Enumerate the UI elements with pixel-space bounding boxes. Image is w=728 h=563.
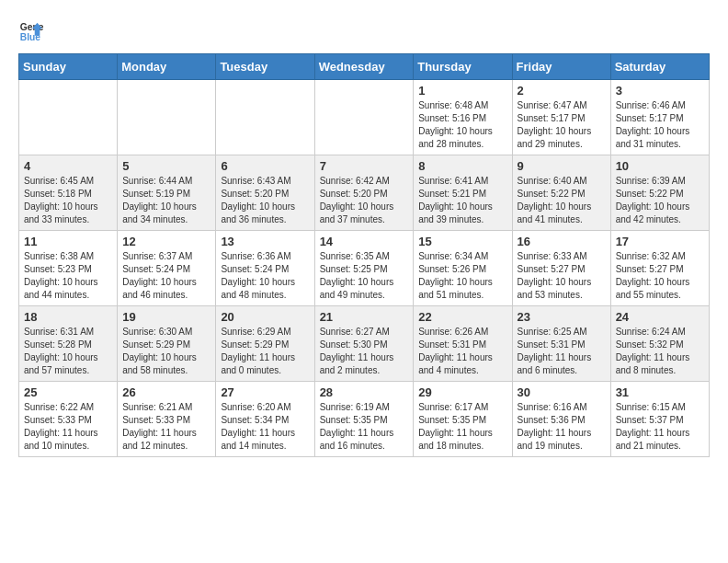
calendar-cell — [118, 80, 216, 155]
day-number: 18 — [24, 310, 112, 324]
calendar-cell: 29Sunrise: 6:17 AM Sunset: 5:35 PM Dayli… — [414, 382, 512, 457]
day-number: 14 — [320, 235, 409, 248]
calendar-cell: 25Sunrise: 6:22 AM Sunset: 5:33 PM Dayli… — [19, 382, 118, 457]
day-number: 10 — [616, 159, 704, 173]
day-header-friday: Friday — [512, 54, 610, 80]
cell-content: Sunrise: 6:15 AM Sunset: 5:37 PM Dayligh… — [616, 401, 704, 453]
calendar-cell: 2Sunrise: 6:47 AM Sunset: 5:17 PM Daylig… — [512, 80, 610, 155]
day-header-monday: Monday — [118, 54, 216, 80]
day-number: 13 — [221, 235, 309, 248]
calendar-cell — [314, 80, 414, 155]
calendar-cell — [216, 80, 314, 155]
page-header: General Blue — [18, 18, 710, 44]
calendar-cell: 9Sunrise: 6:40 AM Sunset: 5:22 PM Daylig… — [512, 155, 610, 231]
cell-content: Sunrise: 6:43 AM Sunset: 5:20 PM Dayligh… — [221, 175, 309, 226]
cell-content: Sunrise: 6:41 AM Sunset: 5:21 PM Dayligh… — [418, 175, 506, 226]
day-number: 17 — [616, 235, 704, 248]
week-row-2: 4Sunrise: 6:45 AM Sunset: 5:18 PM Daylig… — [19, 155, 710, 231]
day-number: 12 — [122, 235, 210, 248]
cell-content: Sunrise: 6:24 AM Sunset: 5:32 PM Dayligh… — [616, 326, 704, 377]
calendar-cell: 21Sunrise: 6:27 AM Sunset: 5:30 PM Dayli… — [314, 306, 414, 382]
cell-content: Sunrise: 6:39 AM Sunset: 5:22 PM Dayligh… — [616, 175, 704, 226]
day-number: 7 — [320, 159, 409, 173]
calendar-cell: 13Sunrise: 6:36 AM Sunset: 5:24 PM Dayli… — [216, 231, 314, 306]
calendar-cell: 15Sunrise: 6:34 AM Sunset: 5:26 PM Dayli… — [414, 231, 512, 306]
day-number: 4 — [24, 159, 112, 173]
cell-content: Sunrise: 6:42 AM Sunset: 5:20 PM Dayligh… — [320, 175, 409, 226]
day-number: 16 — [518, 235, 606, 248]
calendar-cell: 30Sunrise: 6:16 AM Sunset: 5:36 PM Dayli… — [512, 382, 610, 457]
calendar-cell: 11Sunrise: 6:38 AM Sunset: 5:23 PM Dayli… — [19, 231, 118, 306]
cell-content: Sunrise: 6:29 AM Sunset: 5:29 PM Dayligh… — [221, 326, 309, 377]
cell-content: Sunrise: 6:31 AM Sunset: 5:28 PM Dayligh… — [24, 326, 112, 377]
calendar-cell: 20Sunrise: 6:29 AM Sunset: 5:29 PM Dayli… — [216, 306, 314, 382]
day-number: 31 — [616, 385, 704, 399]
day-number: 25 — [24, 385, 112, 399]
day-number: 1 — [418, 84, 506, 98]
cell-content: Sunrise: 6:35 AM Sunset: 5:25 PM Dayligh… — [320, 250, 409, 302]
day-number: 30 — [518, 385, 606, 399]
cell-content: Sunrise: 6:44 AM Sunset: 5:19 PM Dayligh… — [122, 175, 210, 226]
day-header-sunday: Sunday — [19, 54, 118, 80]
calendar-cell: 19Sunrise: 6:30 AM Sunset: 5:29 PM Dayli… — [118, 306, 216, 382]
day-number: 27 — [221, 385, 309, 399]
calendar-cell: 12Sunrise: 6:37 AM Sunset: 5:24 PM Dayli… — [118, 231, 216, 306]
calendar-cell: 31Sunrise: 6:15 AM Sunset: 5:37 PM Dayli… — [610, 382, 709, 457]
day-header-saturday: Saturday — [610, 54, 709, 80]
cell-content: Sunrise: 6:40 AM Sunset: 5:22 PM Dayligh… — [518, 175, 606, 226]
cell-content: Sunrise: 6:27 AM Sunset: 5:30 PM Dayligh… — [320, 326, 409, 377]
cell-content: Sunrise: 6:33 AM Sunset: 5:27 PM Dayligh… — [518, 250, 606, 302]
calendar-cell: 16Sunrise: 6:33 AM Sunset: 5:27 PM Dayli… — [512, 231, 610, 306]
cell-content: Sunrise: 6:32 AM Sunset: 5:27 PM Dayligh… — [616, 250, 704, 302]
day-header-wednesday: Wednesday — [314, 54, 414, 80]
calendar-cell: 17Sunrise: 6:32 AM Sunset: 5:27 PM Dayli… — [610, 231, 709, 306]
day-number: 2 — [518, 84, 606, 98]
cell-content: Sunrise: 6:26 AM Sunset: 5:31 PM Dayligh… — [418, 326, 506, 377]
day-number: 6 — [221, 159, 309, 173]
cell-content: Sunrise: 6:30 AM Sunset: 5:29 PM Dayligh… — [122, 326, 210, 377]
cell-content: Sunrise: 6:17 AM Sunset: 5:35 PM Dayligh… — [418, 401, 506, 453]
day-number: 9 — [518, 159, 606, 173]
day-number: 24 — [616, 310, 704, 324]
calendar-cell: 23Sunrise: 6:25 AM Sunset: 5:31 PM Dayli… — [512, 306, 610, 382]
calendar-cell: 6Sunrise: 6:43 AM Sunset: 5:20 PM Daylig… — [216, 155, 314, 231]
calendar-cell: 18Sunrise: 6:31 AM Sunset: 5:28 PM Dayli… — [19, 306, 118, 382]
day-number: 22 — [418, 310, 506, 324]
header-row: SundayMondayTuesdayWednesdayThursdayFrid… — [19, 54, 710, 80]
calendar-cell: 3Sunrise: 6:46 AM Sunset: 5:17 PM Daylig… — [610, 80, 709, 155]
week-row-1: 1Sunrise: 6:48 AM Sunset: 5:16 PM Daylig… — [19, 80, 710, 155]
week-row-3: 11Sunrise: 6:38 AM Sunset: 5:23 PM Dayli… — [19, 231, 710, 306]
day-header-tuesday: Tuesday — [216, 54, 314, 80]
calendar-cell: 14Sunrise: 6:35 AM Sunset: 5:25 PM Dayli… — [314, 231, 414, 306]
cell-content: Sunrise: 6:21 AM Sunset: 5:33 PM Dayligh… — [122, 401, 210, 453]
week-row-5: 25Sunrise: 6:22 AM Sunset: 5:33 PM Dayli… — [19, 382, 710, 457]
day-header-thursday: Thursday — [414, 54, 512, 80]
day-number: 21 — [320, 310, 409, 324]
calendar-cell: 22Sunrise: 6:26 AM Sunset: 5:31 PM Dayli… — [414, 306, 512, 382]
cell-content: Sunrise: 6:48 AM Sunset: 5:16 PM Dayligh… — [418, 99, 506, 151]
cell-content: Sunrise: 6:16 AM Sunset: 5:36 PM Dayligh… — [518, 401, 606, 453]
day-number: 26 — [122, 385, 210, 399]
cell-content: Sunrise: 6:46 AM Sunset: 5:17 PM Dayligh… — [616, 99, 704, 151]
logo: General Blue — [18, 18, 44, 44]
calendar-cell: 10Sunrise: 6:39 AM Sunset: 5:22 PM Dayli… — [610, 155, 709, 231]
cell-content: Sunrise: 6:19 AM Sunset: 5:35 PM Dayligh… — [320, 401, 409, 453]
calendar-cell: 24Sunrise: 6:24 AM Sunset: 5:32 PM Dayli… — [610, 306, 709, 382]
day-number: 29 — [418, 385, 506, 399]
cell-content: Sunrise: 6:34 AM Sunset: 5:26 PM Dayligh… — [418, 250, 506, 302]
day-number: 8 — [418, 159, 506, 173]
week-row-4: 18Sunrise: 6:31 AM Sunset: 5:28 PM Dayli… — [19, 306, 710, 382]
calendar-cell: 1Sunrise: 6:48 AM Sunset: 5:16 PM Daylig… — [414, 80, 512, 155]
calendar-cell: 8Sunrise: 6:41 AM Sunset: 5:21 PM Daylig… — [414, 155, 512, 231]
cell-content: Sunrise: 6:47 AM Sunset: 5:17 PM Dayligh… — [518, 99, 606, 151]
cell-content: Sunrise: 6:25 AM Sunset: 5:31 PM Dayligh… — [518, 326, 606, 377]
calendar-cell: 5Sunrise: 6:44 AM Sunset: 5:19 PM Daylig… — [118, 155, 216, 231]
day-number: 5 — [122, 159, 210, 173]
calendar-cell: 27Sunrise: 6:20 AM Sunset: 5:34 PM Dayli… — [216, 382, 314, 457]
cell-content: Sunrise: 6:38 AM Sunset: 5:23 PM Dayligh… — [24, 250, 112, 302]
calendar-cell: 26Sunrise: 6:21 AM Sunset: 5:33 PM Dayli… — [118, 382, 216, 457]
calendar-cell — [19, 80, 118, 155]
cell-content: Sunrise: 6:45 AM Sunset: 5:18 PM Dayligh… — [24, 175, 112, 226]
day-number: 11 — [24, 235, 112, 248]
day-number: 3 — [616, 84, 704, 98]
